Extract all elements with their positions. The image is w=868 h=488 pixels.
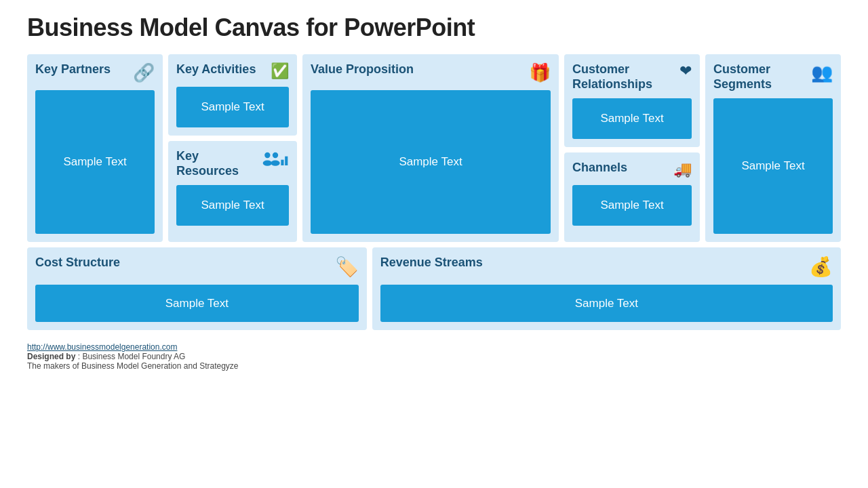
cost-structure-title: Cost Structure: [35, 256, 120, 270]
key-resources-section: Key Resources Sample Text: [168, 141, 297, 242]
channels-header: Channels 🚚: [572, 161, 692, 178]
value-proposition-icon: 🎁: [529, 62, 551, 83]
key-activities-icon: ✅: [271, 62, 289, 80]
revenue-streams-icon: 💰: [809, 256, 833, 278]
cost-structure-header: Cost Structure 🏷️: [35, 256, 359, 278]
key-resources-sample: Sample Text: [176, 185, 289, 226]
customer-relationships-sample: Sample Text: [572, 98, 692, 139]
footer-designed-by-label: Designed by: [27, 352, 75, 361]
customer-relationships-title: Customer Relationships: [572, 62, 675, 92]
svg-point-2: [273, 152, 278, 158]
revenue-streams-sample: Sample Text: [380, 285, 833, 322]
key-partners-sample: Sample Text: [35, 90, 155, 234]
customer-relationships-header: Customer Relationships ❤: [572, 62, 692, 92]
key-activities-sample: Sample Text: [176, 87, 289, 127]
cost-structure-icon: 🏷️: [335, 256, 359, 278]
channels-title: Channels: [572, 161, 627, 176]
revenue-streams-title: Revenue Streams: [380, 256, 483, 270]
key-activities-section: Key Activities ✅ Sample Text: [168, 54, 297, 136]
customer-segments-section: Customer Segments 👥 Sample Text: [705, 54, 841, 242]
footer-url[interactable]: http://www.businessmodelgeneration.com: [27, 342, 177, 352]
value-proposition-section: Value Proposition 🎁 Sample Text: [302, 54, 559, 242]
customer-segments-title: Customer Segments: [713, 62, 807, 92]
svg-point-1: [263, 161, 272, 166]
key-resources-title: Key Resources: [176, 149, 258, 178]
svg-rect-4: [281, 160, 283, 165]
key-resources-icon: [262, 149, 289, 171]
key-activities-header: Key Activities ✅: [176, 62, 289, 80]
key-activities-title: Key Activities: [176, 62, 256, 77]
footer-tagline: The makers of Business Model Generation …: [27, 361, 841, 371]
customer-segments-header: Customer Segments 👥: [713, 62, 833, 92]
key-resources-header: Key Resources: [176, 149, 289, 178]
value-proposition-sample: Sample Text: [311, 90, 551, 234]
activities-resources-col: Key Activities ✅ Sample Text Key Resourc…: [168, 54, 297, 242]
customer-relationships-icon: ❤: [679, 62, 692, 80]
channels-icon: 🚚: [673, 161, 692, 178]
footer-designed-by-value: Business Model Foundry AG: [82, 352, 185, 361]
footer: http://www.businessmodelgeneration.com D…: [27, 342, 841, 371]
revenue-streams-header: Revenue Streams 💰: [380, 256, 833, 278]
cost-structure-sample: Sample Text: [35, 285, 359, 322]
key-partners-header: Key Partners 🔗: [35, 62, 155, 83]
svg-point-0: [264, 152, 270, 158]
customer-relationships-section: Customer Relationships ❤ Sample Text: [564, 54, 700, 147]
revenue-streams-section: Revenue Streams 💰 Sample Text: [372, 247, 841, 330]
customer-col: Customer Relationships ❤ Sample Text Cha…: [564, 54, 700, 242]
svg-point-3: [271, 161, 279, 166]
customer-segments-sample: Sample Text: [713, 98, 833, 234]
key-partners-section: Key Partners 🔗 Sample Text: [27, 54, 163, 242]
value-proposition-header: Value Proposition 🎁: [311, 62, 551, 83]
cost-structure-section: Cost Structure 🏷️ Sample Text: [27, 247, 367, 330]
svg-rect-5: [285, 157, 288, 165]
channels-section: Channels 🚚 Sample Text: [564, 152, 700, 242]
key-partners-title: Key Partners: [35, 62, 111, 77]
page-title: Business Model Canvas for PowerPoint: [27, 14, 841, 42]
channels-sample: Sample Text: [572, 185, 692, 226]
key-partners-icon: 🔗: [133, 62, 155, 83]
value-proposition-title: Value Proposition: [311, 62, 414, 77]
customer-segments-icon: 👥: [811, 62, 833, 83]
